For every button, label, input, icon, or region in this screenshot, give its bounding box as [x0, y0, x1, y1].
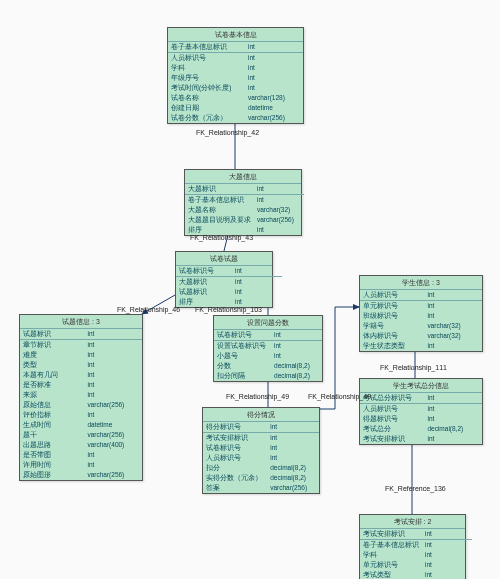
entity-student-total-score[interactable]: 学生考试总分信息 考试总分标识号int人员标识号int得题标识号int考试总分d…	[359, 378, 483, 445]
column-row: 本题有几问int	[20, 370, 142, 380]
entity-columns: 试卷标识号int大题标识int试题标识int排序int	[176, 266, 282, 307]
column-row: 大题标识int	[176, 277, 282, 287]
column-row: 学生状态类型int	[360, 341, 482, 351]
column-row: 体内标识号varchar(32)	[360, 331, 482, 341]
column-row: 得题标识号int	[360, 414, 482, 424]
column-row: 来源int	[20, 390, 142, 400]
column-row: 试题标识int	[176, 287, 282, 297]
entity-columns: 卷子基本信息标识int人员标识号int学科int年级序号int考试时间(分钟长度…	[168, 42, 303, 123]
entity-title: 学生考试总分信息	[360, 379, 482, 393]
rel-label-111: FK_Relationship_111	[380, 364, 447, 371]
column-row: 试题标识int	[20, 329, 142, 340]
column-row: 分数decimal(8,2)	[214, 361, 322, 371]
column-row: 卷子基本信息标识int	[360, 540, 472, 550]
column-row: 人员标识号int	[203, 453, 319, 463]
entity-columns: 人员标识号int单元标识号int班级标识号int学籍号varchar(32)体内…	[360, 290, 482, 351]
column-row: 人员标识号int	[360, 290, 482, 301]
column-row: 章节标识int	[20, 340, 142, 350]
column-row: 试卷名称varchar(128)	[168, 93, 303, 103]
rel-label-43: FK_Relationship_43	[190, 234, 253, 241]
entity-columns: 考试总分标识号int人员标识号int得题标识号int考试总分decimal(8,…	[360, 393, 482, 444]
column-row: 创建日期datetime	[168, 103, 303, 113]
entity-big-question[interactable]: 大题信息 大题标识int卷子基本信息标识int大题名称varchar(32)大题…	[184, 169, 302, 236]
entity-title: 得分情况	[203, 408, 319, 422]
column-row: 大题标识int	[185, 184, 304, 195]
entity-score-status[interactable]: 得分情况 得分标识号int考试安排标识int试卷标识号int人员标识号int扣分…	[202, 407, 320, 494]
rel-label-103: FK_Relationship_103	[195, 306, 262, 313]
column-row: 考试总分decimal(8,2)	[360, 424, 482, 434]
entity-paper-question[interactable]: 试卷试题 试卷标识号int大题标识int试题标识int排序int	[175, 251, 273, 308]
column-row: 考试类型int	[360, 570, 472, 579]
column-row: 生成时间datetime	[20, 420, 142, 430]
column-row: 学科int	[360, 550, 472, 560]
entity-columns: 大题标识int卷子基本信息标识int大题名称varchar(32)大题题目说明及…	[185, 184, 304, 235]
entity-title: 考试安排 : 2	[360, 515, 465, 529]
entity-title: 试卷基本信息	[168, 28, 303, 42]
entity-title: 试题信息 : 3	[20, 315, 142, 329]
entity-title: 学生信息 : 3	[360, 276, 482, 290]
column-row: 实得分数（冗余）decimal(8,2)	[203, 473, 319, 483]
column-row: 卷子基本信息标识int	[185, 195, 304, 205]
column-row: 年级序号int	[168, 73, 303, 83]
entity-student-info[interactable]: 学生信息 : 3 人员标识号int单元标识号int班级标识号int学籍号varc…	[359, 275, 483, 352]
entity-exam-basic-info[interactable]: 试卷基本信息 卷子基本信息标识int人员标识号int学科int年级序号int考试…	[167, 27, 304, 124]
rel-label-136: FK_Reference_136	[385, 485, 446, 492]
column-row: 许用时间int	[20, 460, 142, 470]
rel-label-49a: FK_Relationship_49	[226, 393, 289, 400]
entity-set-question-score[interactable]: 设置问题分数 试卷标识号int设置试卷标识号int小题号int分数decimal…	[213, 315, 323, 382]
column-row: 大题名称varchar(32)	[185, 205, 304, 215]
entity-columns: 得分标识号int考试安排标识int试卷标识号int人员标识号int扣分decim…	[203, 422, 319, 493]
column-row: 学籍号varchar(32)	[360, 321, 482, 331]
column-row: 大题题目说明及要求varchar(256)	[185, 215, 304, 225]
column-row: 卷子基本信息标识int	[168, 42, 303, 53]
column-row: 评价指标int	[20, 410, 142, 420]
column-row: 试卷标识号int	[176, 266, 282, 277]
column-row: 得分标识号int	[203, 422, 319, 433]
entity-title: 大题信息	[185, 170, 301, 184]
column-row: 人员标识号int	[168, 53, 303, 63]
column-row: 是否标准int	[20, 380, 142, 390]
entity-title: 设置问题分数	[214, 316, 322, 330]
column-row: 单元标识号int	[360, 301, 482, 311]
column-row: 考试安排标识int	[360, 529, 472, 540]
column-row: 小题号int	[214, 351, 322, 361]
column-row: 试卷标识号int	[203, 443, 319, 453]
column-row: 考试时间(分钟长度)int	[168, 83, 303, 93]
column-row: 题干varchar(256)	[20, 430, 142, 440]
column-row: 考试总分标识号int	[360, 393, 482, 404]
rel-label-49b: FK_Relationship_49	[308, 393, 371, 400]
rel-label-46: FK_Relationship_46	[117, 306, 180, 313]
column-row: 答案varchar(256)	[203, 483, 319, 493]
column-row: 试卷标识号int	[214, 330, 322, 341]
entity-title: 试卷试题	[176, 252, 272, 266]
column-row: 扣分间隔decimal(8,2)	[214, 371, 322, 381]
entity-exam-arrangement[interactable]: 考试安排 : 2 考试安排标识int卷子基本信息标识int学科int单元标识号i…	[359, 514, 466, 579]
rel-label-42: FK_Relationship_42	[196, 129, 259, 136]
entity-columns: 考试安排标识int卷子基本信息标识int学科int单元标识号int考试类型int	[360, 529, 472, 579]
entity-columns: 试题标识int章节标识int难度int类型int本题有几问int是否标准int来…	[20, 329, 142, 480]
column-row: 原始图形varchar(256)	[20, 470, 142, 480]
column-row: 班级标识号int	[360, 311, 482, 321]
column-row: 类型int	[20, 360, 142, 370]
column-row: 难度int	[20, 350, 142, 360]
column-row: 人员标识号int	[360, 404, 482, 414]
column-row: 考试安排标识int	[203, 433, 319, 443]
entity-columns: 试卷标识号int设置试卷标识号int小题号int分数decimal(8,2)扣分…	[214, 330, 322, 381]
column-row: 试卷分数（冗余）varchar(256)	[168, 113, 303, 123]
column-row: 单元标识号int	[360, 560, 472, 570]
column-row: 扣分decimal(8,2)	[203, 463, 319, 473]
entity-question-info[interactable]: 试题信息 : 3 试题标识int章节标识int难度int类型int本题有几问in…	[19, 314, 143, 481]
column-row: 原始信息varchar(256)	[20, 400, 142, 410]
column-row: 出题思路varchar(400)	[20, 440, 142, 450]
column-row: 学科int	[168, 63, 303, 73]
column-row: 是否带图int	[20, 450, 142, 460]
column-row: 设置试卷标识号int	[214, 341, 322, 351]
column-row: 考试安排标识int	[360, 434, 482, 444]
